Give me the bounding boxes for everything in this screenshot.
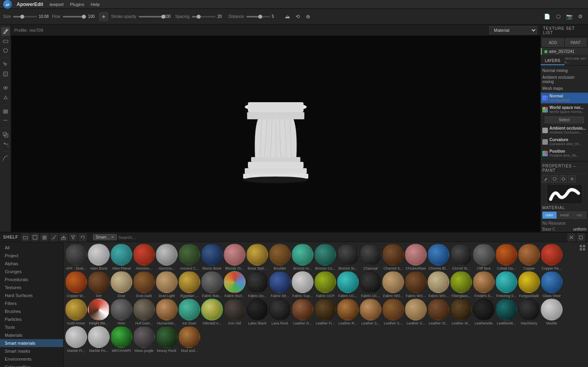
shelf-cat-textures[interactable]: Textures <box>0 284 63 291</box>
shelf-item-18[interactable]: Cliff face <box>473 244 495 270</box>
shelf-item-68[interactable]: MECHAMPI <box>110 326 132 353</box>
shelf-item-3[interactable]: Aluminiu... <box>133 244 155 270</box>
shelf-item-52[interactable]: Latex Black <box>246 299 268 325</box>
shelf-item-37[interactable]: Fabric WO... <box>405 271 427 298</box>
shelf-item-14[interactable]: Charred S... <box>382 244 404 270</box>
shelf-item-11[interactable]: Bronze Co... <box>314 244 336 270</box>
shelf-item-39[interactable]: Fiberglass... <box>450 271 472 298</box>
shelf-item-48[interactable]: HumanMo... <box>156 299 178 325</box>
shelf-refresh-btn[interactable] <box>79 233 87 241</box>
shelf-item-16[interactable]: Chrome Bl... <box>427 244 449 270</box>
flow-slider[interactable] <box>63 16 87 17</box>
shelf-cat-environments[interactable]: Environments <box>0 355 63 363</box>
shelf-item-71[interactable]: Mud and... <box>178 326 200 353</box>
viewport-canvas[interactable] <box>11 36 540 232</box>
shelf-item-50[interactable]: Infected A... <box>201 299 223 325</box>
shelf-item-2[interactable]: Alien Planet <box>110 244 132 270</box>
shelf-item-61[interactable]: Leather W... <box>450 299 472 325</box>
paint-texture-btn[interactable]: PANT <box>565 39 587 47</box>
tool-smear[interactable] <box>1 117 10 125</box>
shelf-item-7[interactable]: Bloody Or... <box>224 244 246 270</box>
shelf-item-30[interactable]: Fabric Do... <box>246 271 268 298</box>
shelf-item-40[interactable]: Fredel's S... <box>473 271 495 298</box>
shelf-item-13[interactable]: Charcoal <box>360 244 381 270</box>
shelf-cat-project[interactable]: Project <box>0 252 63 260</box>
shelf-item-32[interactable]: Fabric Sup... <box>292 271 313 298</box>
shelf-item-65[interactable]: Marble <box>541 299 563 325</box>
shelf-cat-hard-surfaces[interactable]: Hard Surfaces <box>0 291 63 299</box>
shelf-item-46[interactable]: Horn <box>110 299 132 325</box>
shelf-item-15[interactable]: ChickenRaw <box>405 244 427 270</box>
shelf-cat-particles[interactable]: Particles <box>0 315 63 323</box>
shelf-item-4[interactable]: Aluminiu... <box>156 244 178 270</box>
shelf-cat-tools[interactable]: Tools <box>0 323 63 331</box>
menu-viewport[interactable]: iewport <box>48 1 65 8</box>
shelf-cat-materials[interactable]: Materials <box>0 331 63 339</box>
shelf-item-56[interactable]: Leather R... <box>337 299 359 325</box>
position-layer[interactable]: Position Position wire_09... <box>541 148 588 159</box>
shelf-item-43[interactable]: Glass Visor <box>541 271 563 298</box>
menu-plugins[interactable]: Plugins <box>68 1 86 8</box>
shelf-item-33[interactable]: Fabric UCP <box>314 271 336 298</box>
shelf-item-6[interactable]: Bionic Bone <box>201 244 223 270</box>
shelf-square-btn[interactable] <box>31 233 39 241</box>
shelf-item-59[interactable]: Leather S... <box>405 299 427 325</box>
worldspace-layer[interactable]: World space nor... World Space Norma... <box>541 104 588 115</box>
shelf-item-17[interactable]: Cinrod St... <box>450 244 472 270</box>
shelf-cat-smart-masks[interactable]: Smart masks <box>0 347 63 355</box>
shelf-cat-grunges[interactable]: Grunges <box>0 268 63 276</box>
shelf-import-btn[interactable] <box>60 233 68 241</box>
tool-layers[interactable] <box>1 107 10 116</box>
shelf-item-35[interactable]: Fabric UC... <box>360 271 381 298</box>
mat-tab-color[interactable]: color <box>542 212 557 219</box>
shelf-item-21[interactable]: Copper Re... <box>541 244 563 270</box>
shelf-item-41[interactable]: Freezing S... <box>495 271 517 298</box>
material-dropdown[interactable]: MaterialMaterial <box>489 26 537 34</box>
shelf-item-49[interactable]: Ice Scan <box>178 299 200 325</box>
tool-eraser[interactable] <box>1 37 10 45</box>
search-tag-close[interactable]: ✕ <box>111 235 114 239</box>
shelf-item-31[interactable]: Fabric Str... <box>269 271 291 298</box>
shelf-item-34[interactable]: Fabric UC... <box>337 271 359 298</box>
shelf-item-54[interactable]: Leather D... <box>292 299 313 325</box>
shelf-search-input[interactable] <box>118 235 166 240</box>
shelf-item-66[interactable]: Marble Fi... <box>65 326 87 353</box>
tool-shape[interactable] <box>1 46 10 55</box>
tool-pen[interactable] <box>1 93 10 102</box>
shelf-item-5[interactable]: Ancient C... <box>178 244 200 270</box>
shelf-filter-btn[interactable] <box>69 233 77 241</box>
tool-clone[interactable] <box>1 130 10 139</box>
shelf-item-8[interactable]: Bone Styli... <box>246 244 268 270</box>
shelf-item-27[interactable]: Egyptian ... <box>178 271 200 298</box>
shelf-item-45[interactable]: Height Ble... <box>88 299 110 325</box>
fill-icon[interactable] <box>569 175 576 183</box>
shelf-maximize-btn[interactable] <box>577 233 585 241</box>
tool-fill[interactable] <box>1 140 10 149</box>
mat-tab-metal[interactable]: metal <box>557 212 572 219</box>
shelf-item-63[interactable]: Leatherett... <box>495 299 517 325</box>
curvature-layer[interactable]: Curvature Curvature wire_09... <box>541 136 588 147</box>
distance-slider[interactable] <box>246 16 270 17</box>
size-slider[interactable] <box>13 16 37 17</box>
shelf-item-42[interactable]: FungusStalk <box>518 271 540 298</box>
shelf-item-1[interactable]: Alien Bone <box>88 244 110 270</box>
shelf-close-btn[interactable] <box>567 233 575 241</box>
shelf-item-53[interactable]: Lava Rock <box>269 299 291 325</box>
shelf-cat-brushes[interactable]: Brushes <box>0 307 63 315</box>
shelf-folder-btn[interactable] <box>21 233 29 241</box>
anchor-icon[interactable]: ⊕ <box>304 12 312 21</box>
grid-toggle[interactable] <box>578 244 586 252</box>
shelf-cat-smart-materials[interactable]: Smart materials <box>0 339 63 347</box>
shelf-cat-filters[interactable]: Filters <box>0 299 63 307</box>
shelf-item-23[interactable]: Dirt <box>88 271 110 298</box>
shelf-item-12[interactable]: Bronze St... <box>337 244 359 270</box>
diamond-icon[interactable] <box>560 175 567 183</box>
shelf-item-20[interactable]: Copper <box>518 244 540 270</box>
shelf-item-44[interactable]: Gold Armor <box>65 299 87 325</box>
shelf-item-62[interactable]: Leatherette <box>473 299 495 325</box>
select-button[interactable]: Select <box>545 117 584 123</box>
circle-brush-icon[interactable] <box>551 175 558 183</box>
shelf-unlink-btn[interactable] <box>50 233 58 241</box>
shelf-item-60[interactable]: Leather St... <box>427 299 449 325</box>
shelf-cat-alphas[interactable]: Alphas <box>0 260 63 268</box>
